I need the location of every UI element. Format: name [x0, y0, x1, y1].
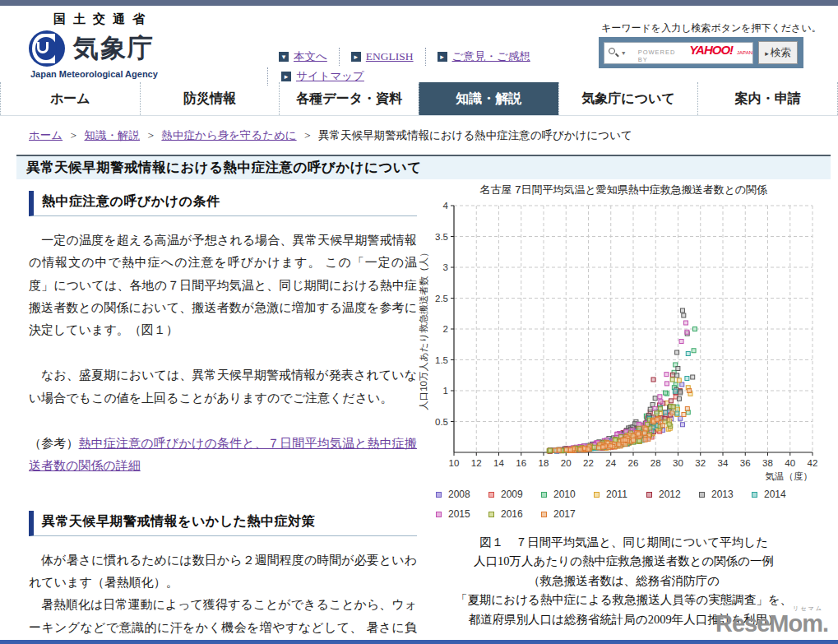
- nav-item-home[interactable]: ホーム: [0, 82, 140, 115]
- svg-text:42: 42: [808, 458, 818, 468]
- legend-label: 2009: [501, 489, 523, 500]
- nav-item-data-resources[interactable]: 各種データ・資料: [279, 82, 419, 115]
- svg-text:34: 34: [718, 458, 729, 468]
- paragraph: なお、盛夏期においては、異常天候早期警戒情報が発表されていない場合でもこの値を上…: [29, 364, 417, 410]
- nav-item-knowledge[interactable]: 知識・解説: [419, 82, 558, 115]
- legend-marker: [436, 512, 442, 517]
- search-button-label: 検索: [771, 47, 791, 58]
- svg-text:2.5: 2.5: [435, 294, 448, 303]
- legend-item: 2015: [436, 508, 488, 520]
- triangle-icon: ▸: [765, 49, 769, 58]
- search-hint: キーワードを入力し検索ボタンを押下ください。: [601, 21, 822, 35]
- legend-marker: [646, 492, 652, 498]
- link-feedback-label[interactable]: ご意見・ご感想: [452, 48, 530, 66]
- breadcrumb-separator: >: [71, 129, 77, 141]
- main-nav: ホーム 防災情報 各種データ・資料 知識・解説 気象庁について 案内・申請: [0, 82, 838, 116]
- legend-label: 2011: [606, 489, 627, 500]
- legend-marker: [541, 512, 547, 517]
- nav-item-disaster-info[interactable]: 防災情報: [140, 82, 280, 115]
- link-to-content[interactable]: ▾ 本文へ: [267, 48, 339, 66]
- section-heading-countermeasures: 異常天候早期警戒情報をいかした熱中症対策: [29, 511, 417, 536]
- link-english-label[interactable]: ENGLISH: [366, 48, 414, 66]
- legend-marker: [488, 512, 494, 517]
- svg-text:14: 14: [493, 458, 504, 468]
- legend-label: 2012: [659, 489, 681, 500]
- legend-item: 2016: [488, 508, 541, 520]
- legend-marker: [541, 492, 547, 498]
- search-panel: ▼ POWERED BY YAHOO! JAPAN ▸検索: [599, 37, 803, 68]
- chart-legend: 2008200920102011201220132014201520162017: [416, 489, 811, 520]
- search-input[interactable]: [604, 43, 752, 63]
- jma-logo[interactable]: 国土交通省 気象庁 Japan Meteorological Agency: [29, 12, 243, 79]
- breadcrumb-current: 異常天候早期警戒情報における熱中症注意の呼びかけについて: [318, 129, 632, 141]
- legend-item: 2014: [752, 489, 804, 500]
- nav-item-label: 気象庁について: [581, 90, 675, 108]
- svg-text:28: 28: [650, 458, 661, 468]
- nav-item-label: 各種データ・資料: [296, 90, 402, 108]
- svg-text:16: 16: [516, 458, 526, 468]
- svg-text:24: 24: [605, 458, 616, 468]
- search-input-wrap[interactable]: ▼ POWERED BY YAHOO! JAPAN: [604, 42, 753, 64]
- svg-text:30: 30: [673, 458, 683, 468]
- reference-paragraph: （参考）熱中症注意の呼びかけの条件と、７日間平均気温と熱中症搬送者数の関係の詳細: [29, 433, 417, 478]
- section-heading-conditions: 熱中症注意の呼びかけの条件: [29, 191, 417, 216]
- caption-line: 人口10万人あたりの熱中症救急搬送者数との関係の一例: [416, 552, 831, 571]
- svg-text:12: 12: [471, 458, 482, 468]
- nav-item-guide-application[interactable]: 案内・申請: [697, 82, 838, 115]
- legend-item: 2012: [646, 489, 699, 500]
- link-english[interactable]: ▸ ENGLISH: [339, 48, 425, 66]
- nav-item-label: 案内・申請: [735, 90, 801, 108]
- svg-text:22: 22: [583, 458, 594, 468]
- legend-item: 2008: [436, 489, 488, 500]
- link-to-content-label[interactable]: 本文へ: [294, 48, 327, 66]
- legend-label: 2015: [448, 508, 470, 520]
- resemom-logo: ReseMom.: [715, 610, 828, 637]
- legend-marker: [594, 492, 600, 498]
- reference-link-conditions-detail[interactable]: 熱中症注意の呼びかけの条件と、７日間平均気温と熱中症搬送者数の関係の詳細: [29, 437, 417, 472]
- arrow-icon: ▸: [281, 72, 291, 81]
- svg-text:人口10万人あたり救急搬送者数（人）: 人口10万人あたり救急搬送者数（人）: [419, 248, 428, 410]
- figure-block: 名古屋 7日間平均気温と愛知県熱中症救急搬送者数との関係 10121416182…: [416, 183, 831, 629]
- agency-name: 気象庁: [73, 31, 155, 66]
- nav-item-label: 防災情報: [183, 90, 236, 108]
- breadcrumb-separator: >: [147, 129, 154, 141]
- legend-item: 2010: [541, 489, 594, 500]
- nav-item-label: ホーム: [50, 90, 90, 108]
- resemom-watermark: リセマム ReseMom.: [715, 605, 828, 636]
- legend-marker: [752, 492, 757, 498]
- paragraph: 体が暑さに慣れるためには数日から２週間程度の時間が必要といわれています（暑熱順化…: [29, 549, 417, 595]
- legend-label: 2016: [501, 508, 523, 520]
- search-button[interactable]: ▸検索: [758, 41, 798, 64]
- legend-item: 2009: [488, 489, 541, 500]
- agency-name-en: Japan Meteorological Agency: [30, 69, 243, 79]
- link-feedback[interactable]: ▸ ご意見・ご感想: [425, 48, 542, 66]
- legend-label: 2008: [448, 489, 470, 500]
- chart-title: 名古屋 7日間平均気温と愛知県熱中症救急搬送者数との関係: [416, 183, 831, 197]
- svg-text:10: 10: [449, 458, 460, 468]
- legend-item: 2011: [594, 489, 646, 500]
- jma-logo-icon: [29, 30, 65, 67]
- nav-item-label: 知識・解説: [456, 90, 521, 108]
- svg-text:3.5: 3.5: [435, 232, 448, 242]
- arrow-icon: ▾: [279, 52, 289, 62]
- legend-marker: [436, 492, 442, 498]
- reference-prefix: （参考）: [29, 437, 79, 450]
- legend-marker: [488, 492, 494, 498]
- article-body: 熱中症注意の呼びかけの条件 一定の温度を超える高温が予想される場合、異常天候早期…: [29, 191, 417, 644]
- nav-item-about-jma[interactable]: 気象庁について: [558, 82, 698, 115]
- arrow-icon: ▸: [438, 52, 447, 62]
- svg-text:38: 38: [762, 458, 773, 468]
- breadcrumb-link-heatstroke[interactable]: 熱中症から身を守るために: [161, 129, 296, 141]
- top-strip: [0, 0, 838, 6]
- paragraph: 一定の温度を超える高温が予想される場合、異常天候早期警戒情報の情報文の中で熱中症…: [29, 229, 417, 341]
- legend-marker: [699, 492, 705, 498]
- legend-label: 2017: [553, 508, 576, 520]
- utility-links: ▾ 本文へ ▸ ENGLISH ▸ ご意見・ご感想 ▸ サイトマップ: [267, 48, 542, 86]
- svg-text:気温（度）: 気温（度）: [766, 471, 813, 481]
- breadcrumb-link-home[interactable]: ホーム: [29, 129, 63, 141]
- breadcrumb-link-knowledge[interactable]: 知識・解説: [85, 129, 141, 141]
- svg-text:2: 2: [443, 324, 448, 334]
- legend-label: 2013: [711, 489, 734, 500]
- ministry-name: 国土交通省: [53, 12, 243, 27]
- breadcrumb-separator: >: [304, 129, 311, 141]
